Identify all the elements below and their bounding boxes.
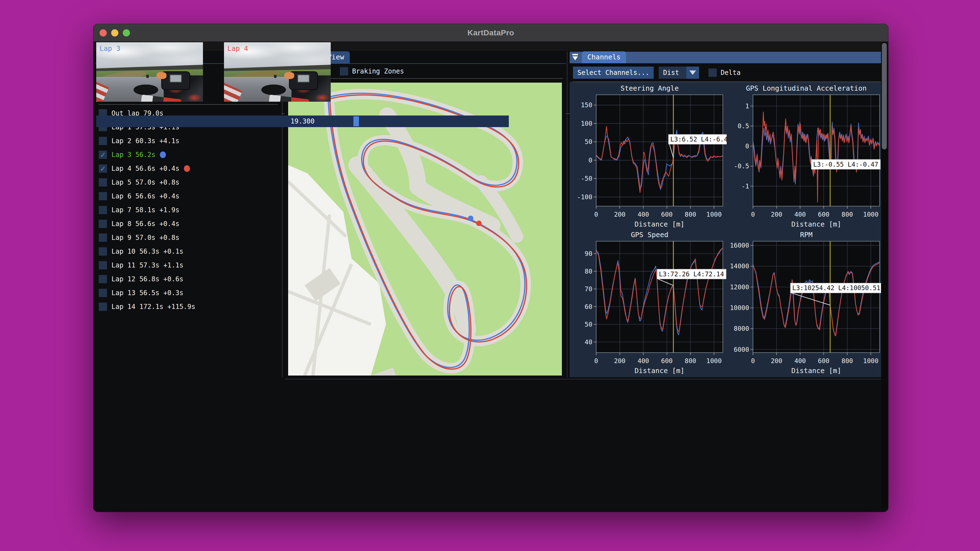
slider-grab-handle[interactable] — [353, 116, 359, 126]
lap-checkbox[interactable] — [99, 220, 107, 228]
lap-label[interactable]: Lap 3 56.2s — [111, 151, 155, 159]
window-title: KartDataPro — [94, 29, 888, 37]
chart-plot[interactable]: -100-5005010015002004006008001000Distanc… — [572, 93, 727, 229]
svg-text:200: 200 — [771, 357, 782, 364]
lap-label[interactable]: Lap 9 57.0s +0.8s — [111, 234, 180, 241]
kart-body — [140, 71, 203, 102]
dash-display — [170, 74, 182, 83]
svg-text:200: 200 — [614, 211, 625, 218]
svg-text:50: 50 — [585, 321, 592, 328]
lap-checkbox[interactable] — [99, 275, 107, 283]
chart-plot[interactable]: 6000800010000120001400016000020040060080… — [729, 240, 883, 376]
lap-row: Lap 2 60.3s +4.1s — [99, 136, 278, 145]
video-thumbnail-lap3[interactable]: Lap 3 — [96, 42, 203, 102]
svg-text:L3:6.52 L4:-6.4: L3:6.52 L4:-6.4 — [670, 136, 727, 143]
lap-color-dot — [184, 165, 190, 172]
svg-text:600: 600 — [818, 357, 829, 364]
sync-offset-value: 19.300 — [96, 116, 509, 127]
sync-offset-slider[interactable]: 19.300 — [96, 116, 509, 127]
separator — [99, 104, 278, 105]
svg-text:50: 50 — [585, 138, 592, 145]
svg-text:100: 100 — [581, 120, 592, 127]
panel-divider — [567, 52, 568, 377]
svg-text:6000: 6000 — [733, 346, 749, 353]
lap-label[interactable]: Lap 4 56.6s +0.4s — [111, 165, 180, 172]
svg-text:600: 600 — [661, 211, 673, 218]
lap-row: Lap 11 57.3s +1.1s — [99, 260, 278, 270]
chart-gps-longitudinal-acceleration: GPS Longitudinal Acceleration10.50-0.5-1… — [729, 84, 885, 229]
svg-text:60: 60 — [585, 303, 592, 310]
driver-glove — [156, 72, 167, 79]
lap-checkbox[interactable] — [99, 206, 107, 214]
combo-value[interactable]: Dist — [659, 67, 686, 79]
chart-plot[interactable]: 10.50-0.5-102004006008001000Distance [m]… — [729, 93, 883, 229]
svg-text:10000: 10000 — [730, 304, 749, 311]
braking-zones-label[interactable]: Braking Zones — [352, 67, 404, 75]
lap-checkbox[interactable]: ✓ — [99, 151, 107, 159]
svg-text:-100: -100 — [577, 194, 592, 201]
chart-title: Steering Angle — [572, 84, 727, 93]
svg-text:200: 200 — [771, 211, 782, 218]
svg-text:1000: 1000 — [863, 211, 878, 218]
lap-checkbox[interactable] — [99, 137, 107, 145]
minimize-window-button[interactable] — [111, 29, 118, 37]
delta-label[interactable]: Delta — [721, 69, 741, 76]
lap-label[interactable]: Lap 6 56.6s +0.4s — [111, 192, 180, 200]
lap-checkbox[interactable] — [99, 192, 107, 200]
thumbnail-label: Lap 3 — [100, 44, 120, 52]
lap-label[interactable]: Lap 8 56.6s +0.4s — [111, 220, 180, 228]
channels-controls: Select Channels... Dist Delta — [570, 63, 886, 81]
video-panel-scrollbar[interactable] — [881, 42, 888, 509]
x-axis-mode-combo[interactable]: Dist — [659, 67, 699, 79]
svg-text:L3:-0.55 L4:-0.47: L3:-0.55 L4:-0.47 — [813, 161, 878, 168]
kart-position-lap3 — [468, 216, 473, 221]
svg-text:Distance [m]: Distance [m] — [791, 367, 841, 375]
braking-zones-checkbox[interactable] — [340, 67, 348, 75]
traffic-lights — [100, 24, 130, 41]
svg-text:40: 40 — [585, 338, 592, 346]
chart-rpm: RPM6000800010000120001400016000020040060… — [729, 230, 885, 376]
lap-label[interactable]: Lap 14 172.1s +115.9s — [111, 303, 195, 311]
svg-text:90: 90 — [585, 250, 592, 257]
lap-label[interactable]: Lap 5 57.0s +0.8s — [111, 178, 180, 186]
svg-text:800: 800 — [685, 211, 696, 218]
lap-label[interactable]: Lap 12 56.8s +0.6s — [111, 275, 183, 283]
lap-row: Lap 13 56.5s +0.3s — [99, 288, 278, 297]
svg-text:1000: 1000 — [706, 211, 721, 218]
titlebar: KartDataPro — [94, 24, 888, 41]
svg-text:70: 70 — [585, 286, 592, 293]
lap-checkbox[interactable]: ✓ — [99, 164, 107, 173]
lap-label[interactable]: Lap 7 58.1s +1.9s — [111, 206, 180, 214]
scrollbar-thumb[interactable] — [882, 43, 887, 149]
lap-list: Out lap 79.0sLap 1 57.3s +1.1sLap 2 60.3… — [99, 109, 278, 311]
svg-text:14000: 14000 — [730, 262, 749, 270]
lap-label[interactable]: Lap 11 57.3s +1.1s — [111, 261, 183, 269]
lap-checkbox[interactable] — [99, 178, 107, 187]
window-menu-icon[interactable] — [572, 53, 579, 62]
delta-checkbox[interactable] — [708, 68, 717, 77]
menubar: File Settings — [94, 41, 888, 52]
lap-row: ✓Lap 4 56.6s +0.4s — [99, 164, 278, 173]
lap-checkbox[interactable] — [99, 247, 107, 256]
chevron-down-icon[interactable] — [686, 67, 699, 79]
kart-position-lap4 — [476, 221, 482, 226]
lap-label[interactable]: Lap 2 60.3s +4.1s — [111, 137, 180, 145]
video-thumbnail-lap4[interactable]: Lap 4 — [224, 42, 331, 102]
lap-checkbox[interactable] — [99, 233, 107, 242]
lap-checkbox[interactable] — [99, 303, 107, 311]
svg-text:1000: 1000 — [706, 357, 721, 364]
lap-checkbox[interactable] — [99, 289, 107, 297]
maximize-window-button[interactable] — [123, 29, 130, 37]
thumbnail-label: Lap 4 — [227, 44, 248, 52]
lap-row: Lap 7 58.1s +1.9s — [99, 205, 278, 214]
select-channels-button[interactable]: Select Channels... — [573, 67, 654, 79]
svg-text:150: 150 — [581, 102, 592, 109]
channels-header: Channels — [570, 52, 886, 63]
lap-checkbox[interactable] — [99, 261, 107, 270]
chart-plot[interactable]: 40506070809002004006008001000Distance [m… — [572, 240, 727, 376]
close-window-button[interactable] — [100, 29, 107, 37]
svg-text:600: 600 — [661, 357, 673, 364]
lap-label[interactable]: Lap 13 56.5s +0.3s — [111, 289, 183, 297]
tab-channels[interactable]: Channels — [582, 51, 626, 63]
lap-label[interactable]: Lap 10 56.3s +0.1s — [111, 248, 183, 255]
